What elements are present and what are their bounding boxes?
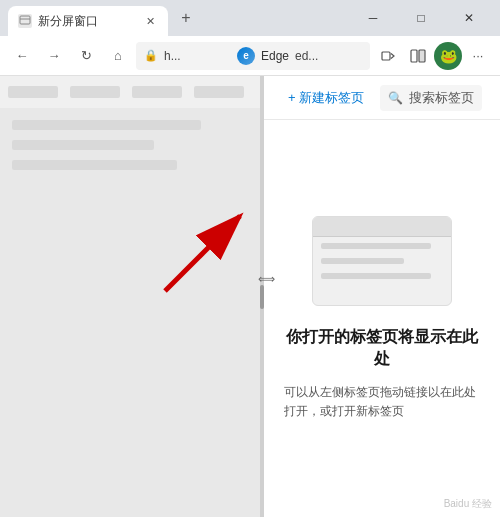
left-panel-toolbar: [0, 76, 260, 108]
blur-tab-2: [70, 86, 120, 98]
search-icon: 🔍: [388, 91, 403, 105]
svg-rect-2: [382, 52, 390, 60]
back-button[interactable]: ←: [8, 42, 36, 70]
address-bar[interactable]: 🔒 h... e Edge ed...: [136, 42, 370, 70]
refresh-button[interactable]: ↻: [72, 42, 100, 70]
svg-line-6: [165, 216, 240, 291]
blur-row-3: [12, 160, 177, 170]
blur-tab-1: [8, 86, 58, 98]
more-options-button[interactable]: ···: [464, 42, 492, 70]
tab-preview-area: 你打开的标签页将显示在此处 可以从左侧标签页拖动链接以在此处打开，或打开新标签页: [264, 120, 500, 517]
active-tab[interactable]: 新分屏窗口 ✕: [8, 6, 168, 36]
left-panel: [0, 76, 260, 517]
right-toolbar: + 新建标签页 🔍 搜索标签页: [264, 76, 500, 120]
svg-rect-0: [20, 16, 30, 24]
card-header: [313, 217, 451, 237]
right-panel: + 新建标签页 🔍 搜索标签页 你打开的标签页将显示在此处 可以从左侧标签页拖动…: [264, 76, 500, 517]
blur-tab-4: [194, 86, 244, 98]
forward-button[interactable]: →: [40, 42, 68, 70]
search-tabs-label: 搜索标签页: [409, 89, 474, 107]
divider-handle: [260, 285, 264, 309]
panel-divider[interactable]: ⟺: [260, 76, 264, 517]
blur-tab-3: [132, 86, 182, 98]
minimize-button[interactable]: ─: [350, 0, 396, 36]
tab-icon: [18, 14, 32, 28]
tab-area: 新分屏窗口 ✕ +: [8, 0, 346, 36]
blur-row-1: [12, 120, 201, 130]
resize-arrow-icon: ⟺: [258, 272, 275, 286]
search-tabs-button[interactable]: 🔍 搜索标签页: [380, 85, 482, 111]
address-text-right: ed...: [295, 49, 362, 63]
main-content: ⟺ + 新建标签页 🔍 搜索标签页 你打开的标签页将显示在此处 可以从左侧标签页…: [0, 76, 500, 517]
close-button[interactable]: ✕: [446, 0, 492, 36]
watermark: Baidu 经验: [444, 497, 492, 511]
arrow-svg: [155, 206, 260, 301]
blur-row-2: [12, 140, 154, 150]
svg-rect-3: [411, 50, 417, 62]
main-title: 你打开的标签页将显示在此处: [284, 326, 480, 371]
card-line-3: [321, 273, 431, 279]
arrow-container: [155, 206, 255, 296]
sub-text: 可以从左侧标签页拖动链接以在此处打开，或打开新标签页: [284, 383, 480, 421]
navigation-bar: ← → ↻ ⌂ 🔒 h... e Edge ed... 🐸 ···: [0, 36, 500, 76]
profile-button[interactable]: 🐸: [434, 42, 462, 70]
nav-right-icons: 🐸 ···: [374, 42, 492, 70]
tab-preview-card: [312, 216, 452, 306]
left-content: [0, 108, 260, 192]
tab-title: 新分屏窗口: [38, 13, 98, 30]
new-tab-link[interactable]: + 新建标签页: [280, 85, 372, 111]
edge-label: Edge: [261, 49, 289, 63]
read-aloud-button[interactable]: [374, 42, 402, 70]
edge-logo: e: [237, 47, 255, 65]
tab-close-button[interactable]: ✕: [142, 13, 158, 29]
title-bar: 新分屏窗口 ✕ + ─ □ ✕: [0, 0, 500, 36]
maximize-button[interactable]: □: [398, 0, 444, 36]
card-line-1: [321, 243, 431, 249]
profile-emoji: 🐸: [440, 48, 457, 64]
home-button[interactable]: ⌂: [104, 42, 132, 70]
new-tab-button[interactable]: +: [172, 4, 200, 32]
svg-rect-4: [419, 50, 425, 62]
card-line-2: [321, 258, 404, 264]
address-text: h...: [164, 49, 231, 63]
lock-icon: 🔒: [144, 49, 158, 62]
window-controls: ─ □ ✕: [350, 0, 492, 36]
split-screen-button[interactable]: [404, 42, 432, 70]
